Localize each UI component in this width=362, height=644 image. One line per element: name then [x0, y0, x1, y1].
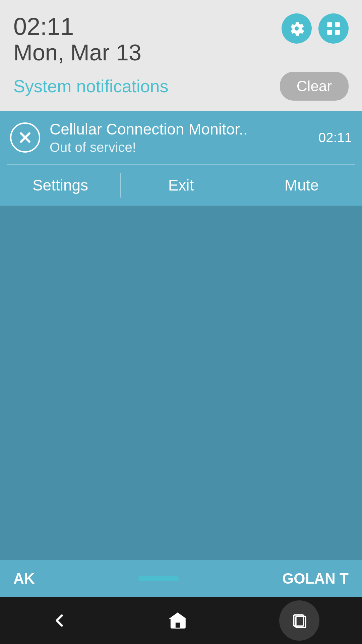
dismiss-button[interactable] — [10, 122, 40, 153]
svg-rect-0 — [327, 22, 332, 27]
close-icon — [17, 129, 34, 146]
svg-rect-3 — [335, 30, 340, 35]
svg-rect-6 — [175, 622, 180, 628]
header: 02:11 Mon, Mar 13 System notifications C… — [0, 0, 362, 111]
notification-time: 02:11 — [318, 130, 352, 145]
notification-main: Cellular Connection Monitor.. Out of ser… — [0, 111, 362, 164]
home-button[interactable] — [161, 604, 194, 637]
back-icon — [49, 610, 69, 631]
main-content — [0, 206, 362, 585]
gear-icon — [288, 20, 305, 37]
date-display: Mon, Mar 13 — [13, 40, 349, 65]
grid-icon — [325, 20, 342, 37]
back-button[interactable] — [43, 604, 76, 637]
svg-rect-2 — [327, 30, 332, 35]
taskbar-indicator — [138, 576, 179, 581]
taskbar-left-label: AK — [13, 570, 35, 587]
navbar — [0, 597, 362, 644]
system-notifications-label: System notifications — [13, 76, 168, 96]
header-icons — [282, 13, 349, 44]
notification-actions: Settings Exit Mute — [0, 165, 362, 206]
exit-action-button[interactable]: Exit — [121, 165, 241, 206]
system-notifications-row: System notifications Clear — [13, 72, 349, 101]
notification-content: Cellular Connection Monitor.. Out of ser… — [50, 120, 309, 155]
notification-card: Cellular Connection Monitor.. Out of ser… — [0, 111, 362, 206]
home-icon — [168, 610, 188, 631]
clear-button[interactable]: Clear — [280, 72, 349, 101]
recents-button[interactable] — [279, 600, 319, 641]
recents-icon — [291, 612, 308, 629]
taskbar: AK GOLAN T — [0, 560, 362, 597]
taskbar-right-label: GOLAN T — [282, 570, 349, 587]
notification-body: Out of service! — [50, 140, 309, 155]
svg-rect-1 — [335, 22, 340, 27]
notification-title: Cellular Connection Monitor.. — [50, 120, 309, 139]
settings-button[interactable] — [282, 13, 312, 44]
grid-button[interactable] — [318, 13, 349, 44]
mute-action-button[interactable]: Mute — [241, 165, 362, 206]
settings-action-button[interactable]: Settings — [0, 165, 121, 206]
